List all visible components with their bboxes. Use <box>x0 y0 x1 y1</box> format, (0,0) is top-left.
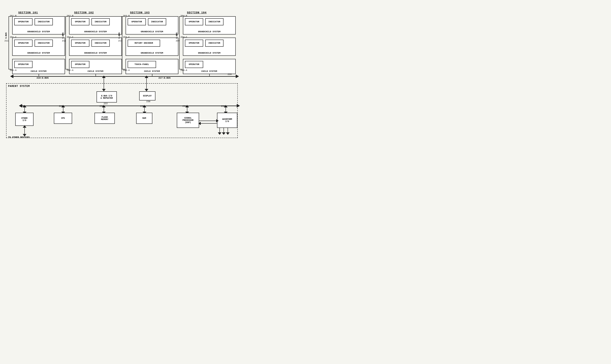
ebus-io-arrow-down <box>102 89 106 91</box>
ref-204a: 204-A <box>180 69 187 71</box>
other-io-box: OTHER I/O <box>15 113 34 126</box>
grandchild-102-c-label: GRANDCHILD SYSTEM <box>84 52 107 54</box>
waveform-io-label: WAVEFORM I/O <box>222 118 232 123</box>
ref-202a: 202-A <box>67 69 73 71</box>
sbus-213-label: 213 <box>118 39 122 42</box>
ebus-arrow-right <box>236 75 239 78</box>
ref-201c: 201-C <box>10 36 16 38</box>
vert-102-ebus <box>95 74 96 76</box>
ref-203a: 203-A <box>123 69 130 71</box>
child-102-a-label: CHILD SYSTEM <box>88 70 103 72</box>
block-diagram: SECTION 101 SECTION 102 SECTION 103 SECT… <box>4 4 240 142</box>
grandchild-103-c-label: GRANDCHILD SYSTEM <box>141 52 163 54</box>
ebus-io-vert-line <box>104 76 104 90</box>
dsp-waveform-line <box>199 121 217 121</box>
grandchild-104-c-label: GRANDCHILD SYSTEM <box>198 52 221 54</box>
sbus-214-label: 214 <box>176 39 180 42</box>
section-102-label: SECTION 102 <box>74 11 94 14</box>
waveform-down-arrow-1 <box>218 132 221 135</box>
child-101-a-label: CHILD SYSTEM <box>31 70 47 72</box>
grandchild-104-b: OPERATOR INDICATOR GRANDCHILD SYSTEM <box>183 16 236 35</box>
ebus-216-label: 216:E-BUS <box>37 77 49 79</box>
dsp-waveform-arrow <box>216 119 219 122</box>
sbus-211-label: 211 <box>4 39 9 42</box>
ref-202c: 202-C <box>67 36 73 38</box>
grandchild-103-b-label: GRANDCHILD SYSTEM <box>141 31 163 33</box>
child-104-a-label: CHILD SYSTEM <box>201 70 217 72</box>
display-vert-line <box>146 76 147 90</box>
section-103-label: SECTION 103 <box>130 11 150 14</box>
other-io-down-arrow-up <box>23 125 27 128</box>
ref-234: 234 <box>182 105 187 107</box>
indicator-102-b: INDICATOR <box>91 18 110 25</box>
parent-system-label: PARENT SYSTEM <box>8 85 30 88</box>
display-arrow-down <box>145 89 148 91</box>
waveform-dsp-arrow <box>198 122 201 125</box>
cpu-label: CPU <box>61 117 65 119</box>
ref-232: 232 <box>140 105 144 107</box>
indicator-104-c: INDICATOR <box>205 39 224 47</box>
grandchild-103-c: ROTARY ENCODER GRANDCHILD SYSTEM <box>126 38 178 56</box>
ram-box: RAM <box>136 113 152 124</box>
parent-system-box: PARENT SYSTEM <box>6 83 238 138</box>
sbus-214-line-v <box>179 16 180 69</box>
ref-236: 236 <box>221 105 225 107</box>
ref-228: 228 <box>59 105 63 107</box>
vert-104-ebus <box>209 74 210 76</box>
flash-memory-label: FLASH MEMORY <box>101 116 108 121</box>
operator-101-a: OPERATOR <box>14 61 32 68</box>
child-104-a: OPERATOR CHILD SYSTEM <box>183 59 236 74</box>
operator-102-b: OPERATOR <box>71 18 89 25</box>
to-other-devices-label: TO OTHER DEVICES <box>8 136 30 138</box>
indicator-104-b: INDICATOR <box>205 18 224 25</box>
operator-102-a: OPERATOR <box>71 61 89 68</box>
sbus-211-line-v <box>9 16 9 69</box>
ref-222: 222 <box>104 102 108 105</box>
ebus-io-arrow-up <box>102 76 106 78</box>
child-101-a: OPERATOR CHILD SYSTEM <box>12 59 65 74</box>
ref-201a: 201-A <box>10 69 16 71</box>
ram-label: RAM <box>142 117 146 119</box>
display-arrow-up <box>145 76 148 78</box>
ref-202b: 202-B <box>67 15 73 17</box>
rotary-encoder-103-c: ROTARY ENCODER <box>128 39 160 47</box>
waveform-down-arrow-2 <box>222 132 226 135</box>
ref-203b: 203-B <box>123 15 130 17</box>
indicator-103-b: INDICATOR <box>148 18 166 25</box>
sbus-213-line-v <box>122 16 122 69</box>
sbus-211-text: S-BUS <box>5 32 7 39</box>
grandchild-101-c: OPERATOR INDICATOR GRANDCHILD SYSTEM <box>12 38 65 56</box>
sbus-212-label: 212 <box>62 39 66 42</box>
indicator-101-b: INDICATOR <box>35 18 53 25</box>
ref-220: 220 <box>228 73 232 76</box>
grandchild-102-b-label: GRANDCHILD SYSTEM <box>84 31 107 33</box>
grandchild-104-c: OPERATOR INDICATOR GRANDCHILD SYSTEM <box>183 38 236 56</box>
waveform-dsp-line <box>199 123 217 124</box>
operator-104-a: OPERATOR <box>185 61 203 68</box>
operator-103-b: OPERATOR <box>128 18 146 25</box>
sbus-213-text: S-BUS <box>118 32 121 39</box>
parent-bus-arrow-right <box>237 104 240 108</box>
ebus-arrow-left <box>10 75 14 78</box>
ref-201b: 201-B <box>10 15 16 17</box>
operator-104-b: OPERATOR <box>185 18 203 25</box>
grandchild-101-b-label: GRANDCHILD SYSTEM <box>27 31 50 33</box>
sbus-214-text: S-BUS <box>176 32 178 39</box>
cpu-box: CPU <box>54 113 72 124</box>
sbus-212-text: S-BUS <box>62 32 64 39</box>
indicator-101-c: INDICATOR <box>35 39 53 47</box>
grandchild-102-b: OPERATOR INDICATOR GRANDCHILD SYSTEM <box>69 16 122 35</box>
section-101-label: SECTION 101 <box>18 11 38 14</box>
child-103-a-label: CHILD SYSTEM <box>144 70 160 72</box>
grandchild-101-c-label: GRANDCHILD SYSTEM <box>27 52 50 54</box>
waveform-down-arrow-3 <box>226 132 230 135</box>
ref-204c: 204-C <box>180 36 187 38</box>
ref-230: 230 <box>100 105 104 107</box>
display-label: DISPLAY <box>143 95 151 97</box>
vert-103-ebus <box>152 74 152 76</box>
touch-panel-103-a: TOUCH-PANEL <box>128 61 156 68</box>
vert-101-ebus <box>39 74 39 76</box>
ebus-217-label: 217:E-BUS <box>159 77 170 79</box>
child-102-a: OPERATOR CHILD SYSTEM <box>69 59 122 74</box>
parent-bus-line <box>21 105 237 106</box>
